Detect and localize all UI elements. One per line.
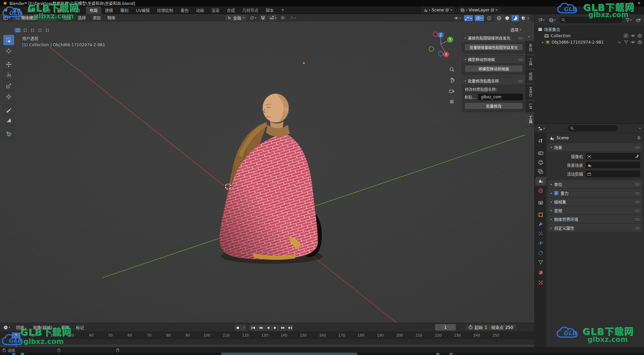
shading-dropdown[interactable]: ▾ (528, 17, 529, 20)
perspective-toggle-button[interactable] (448, 98, 455, 105)
tab-physics[interactable] (535, 239, 546, 247)
previous-keyframe-button[interactable] (257, 324, 264, 331)
viewport-menu-3[interactable]: 物体 (104, 14, 119, 21)
shading-rendered-button[interactable] (520, 15, 527, 21)
tool-move[interactable] (3, 59, 14, 69)
jump-to-start-button[interactable] (250, 324, 257, 331)
panel-drag-handle[interactable] (635, 192, 640, 194)
topbar-menu-1[interactable]: 编辑 (24, 6, 39, 14)
select-invert-button[interactable] (37, 28, 43, 33)
sidebar-tab-0[interactable]: 条目 (525, 41, 534, 54)
panel-drag-handle[interactable] (635, 227, 640, 229)
background-scene-field[interactable] (586, 162, 640, 168)
texture-name-input[interactable]: glbxz_com (478, 94, 523, 100)
link-basecolor-emission-button[interactable]: 批量链接基础色贴图到自发光 (465, 44, 523, 51)
active-clip-field[interactable] (586, 170, 640, 177)
tab-collection[interactable] (535, 198, 546, 207)
snap-toggle[interactable] (260, 15, 266, 21)
panel-drag-handle[interactable] (635, 146, 640, 149)
tab-material[interactable] (535, 268, 546, 277)
transform-orientation-dropdown[interactable]: 全局 ▾ (225, 15, 247, 21)
tool-measure[interactable] (3, 115, 14, 126)
remove-layer-icon[interactable]: ✕ (495, 8, 498, 12)
tab-output[interactable] (535, 158, 546, 167)
properties-section-2[interactable]: ▸插帧集 (548, 198, 642, 206)
pivot-point-dropdown[interactable]: ▾ (249, 15, 258, 21)
shading-wireframe-button[interactable] (495, 15, 503, 21)
new-collection-button[interactable] (635, 17, 642, 23)
collection-checkbox[interactable]: ✓ (624, 34, 628, 38)
3d-viewport[interactable]: 用户透视 (1) Collection | Obj3d66-17102974-2… (0, 21, 534, 323)
properties-section-4[interactable]: ▸刚体世界环境 (548, 215, 642, 223)
end-frame-field[interactable]: 250 (505, 325, 513, 330)
view-layer-selector[interactable]: ▾ ViewLayer ✕ (458, 7, 500, 13)
show-overlays-toggle[interactable]: ▾ (475, 15, 484, 21)
workspace-tab-5[interactable]: 着色 (177, 6, 192, 14)
current-frame-indicator[interactable]: 1 (12, 333, 20, 338)
unlink-scene-icon[interactable]: ✕ (450, 8, 453, 12)
gizmo-axis-z[interactable]: Z (438, 32, 444, 38)
outliner-row-scene-collection[interactable]: 场景集合 (535, 26, 644, 33)
visibility-dropdown[interactable]: ▾ (452, 15, 462, 21)
workspace-tab-3[interactable]: UV编辑 (132, 6, 153, 14)
tool-select-box[interactable] (3, 35, 14, 45)
tool-transform[interactable] (3, 91, 14, 102)
workspace-tab-2[interactable]: 雕刻 (117, 6, 132, 14)
timeline-menu-3[interactable]: 标记 (73, 323, 88, 331)
outliner-search-input[interactable] (559, 17, 622, 23)
mode-dropdown[interactable]: 物体模式 ▾ (13, 15, 56, 21)
viewport-menu-1[interactable]: 选择 (74, 14, 89, 21)
scene-selector[interactable]: ▾ Scene ✕ (421, 7, 455, 13)
panel-drag-handle[interactable] (635, 218, 640, 220)
tool-add-cube[interactable] (3, 129, 14, 139)
minimize-button[interactable]: ─ (623, 1, 625, 5)
sidebar-tab-4[interactable]: LM (525, 101, 534, 112)
keying-dropdown[interactable]: ▾ (241, 324, 246, 331)
jump-to-end-button[interactable] (286, 324, 294, 331)
workspace-tab-9[interactable]: 几何节点 (238, 6, 262, 14)
proportional-editing-toggle[interactable] (279, 15, 286, 21)
disable-render-camera-icon[interactable] (638, 34, 642, 38)
workspace-tab-11[interactable]: + (277, 7, 288, 13)
tab-scene[interactable] (535, 177, 546, 186)
properties-section-3[interactable]: ▸音频 (548, 206, 642, 214)
topbar-menu-0[interactable]: 文件 (9, 6, 24, 14)
close-button[interactable]: ✕ (638, 1, 641, 5)
panel-drag-handle[interactable] (635, 183, 640, 186)
panel-drag-handle[interactable] (635, 209, 640, 212)
timeline-track-area[interactable] (0, 339, 534, 348)
properties-options-dropdown[interactable]: ▾ (639, 127, 641, 130)
tab-world[interactable] (535, 186, 546, 195)
tool-scale[interactable] (3, 81, 14, 91)
workspace-tab-0[interactable]: 布局 (86, 6, 101, 14)
panel-drag-handle[interactable] (518, 37, 523, 39)
gizmo-axis-y[interactable]: Y (447, 37, 453, 43)
blender-menu-icon[interactable] (3, 8, 8, 12)
workspace-tab-6[interactable]: 动画 (192, 6, 208, 14)
timeline-menu-1[interactable]: 抠像(插帧) ▾ (30, 323, 58, 331)
tab-view-layer[interactable] (535, 167, 546, 176)
sidebar-tab-3[interactable]: MMD (525, 84, 534, 100)
timeline-menu-0[interactable]: 回放 ▾ (13, 323, 30, 331)
scene-section-header[interactable]: ▾ 场景 (548, 143, 642, 151)
timeline-menu-2[interactable]: 视图 (58, 323, 73, 331)
hide-eye-icon[interactable] (631, 41, 635, 44)
workspace-tab-4[interactable]: 纹理绘制 (153, 6, 177, 14)
timeline-editor-type-button[interactable]: ▾ (2, 324, 11, 331)
gravity-checkbox[interactable]: ✓ (554, 191, 558, 195)
hide-eye-icon[interactable] (631, 34, 635, 37)
viewport-menu-2[interactable]: 添加 (89, 14, 104, 21)
pin-icon[interactable] (637, 136, 641, 140)
topbar-menu-4[interactable]: 帮助 (68, 6, 83, 14)
tab-tool[interactable] (535, 137, 546, 145)
outliner-editor-type-button[interactable]: ▾ (537, 17, 546, 23)
topbar-menu-2[interactable]: 渲染 (39, 6, 54, 14)
panel-drag-handle[interactable] (518, 80, 523, 82)
timeline-ruler[interactable]: 1020304050607080901001101201301401501601… (0, 332, 534, 339)
new-layer-icon[interactable] (491, 8, 494, 12)
show-gizmo-toggle[interactable]: ▾ (464, 15, 473, 21)
select-extend-button[interactable] (22, 28, 28, 33)
tab-particles[interactable] (535, 229, 546, 238)
rename-panel-header[interactable]: ▾ 批量修改贴图名称 (462, 77, 525, 85)
gizmo-axis-neg-x[interactable] (433, 32, 438, 37)
